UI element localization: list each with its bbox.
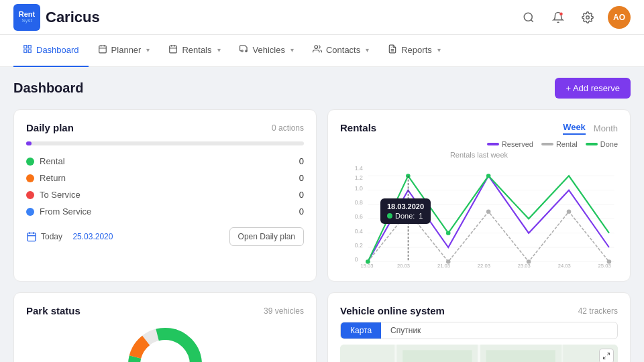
- from-service-label: From Service: [40, 206, 91, 217]
- svg-text:0.4: 0.4: [355, 228, 363, 235]
- legend-rental-label: Rental: [556, 140, 578, 148]
- topbar-actions: AO: [519, 6, 631, 29]
- svg-rect-7: [28, 50, 31, 52]
- svg-rect-4: [24, 46, 27, 48]
- nav-rentals[interactable]: Rentals ▾: [159, 35, 229, 67]
- svg-text:1.0: 1.0: [355, 185, 363, 192]
- legend-reserved-label: Reserved: [502, 140, 533, 148]
- svg-text:19.03: 19.03: [361, 263, 374, 269]
- plan-row-to-service: To Service 0: [26, 190, 304, 200]
- svg-text:1.4: 1.4: [355, 165, 363, 172]
- month-button[interactable]: Month: [594, 123, 618, 133]
- svg-text:0.2: 0.2: [355, 242, 363, 249]
- rentals-chevron: ▾: [217, 46, 221, 54]
- svg-rect-21: [28, 233, 36, 241]
- today-date-link[interactable]: 25.03.2020: [72, 232, 113, 241]
- legend-reserved: Reserved: [487, 140, 533, 148]
- svg-point-42: [567, 209, 572, 213]
- park-status-header: Park status 39 vehicles: [26, 305, 304, 316]
- svg-text:23.03: 23.03: [518, 263, 531, 269]
- svg-text:0: 0: [355, 256, 358, 263]
- to-service-label: To Service: [40, 190, 80, 200]
- rentals-header: Rentals Week Month: [340, 122, 618, 135]
- return-dot: [26, 174, 34, 182]
- svg-line-1: [531, 19, 533, 21]
- notification-icon[interactable]: [549, 8, 568, 27]
- donut-chart-svg: [125, 324, 205, 362]
- daily-plan-title: Daily plan: [26, 122, 74, 133]
- legend-done-color: [586, 143, 598, 145]
- plan-row-rental: Rental 0: [26, 156, 304, 166]
- map-tab-satellite[interactable]: Спутник: [381, 322, 430, 339]
- chart-subtitle: Rentals last week: [340, 151, 618, 159]
- content-area: Dashboard + Add reserve Daily plan 0 act…: [0, 67, 644, 362]
- svg-text:0.6: 0.6: [355, 213, 363, 220]
- plan-rows: Rental 0 Return 0 To Service: [26, 156, 304, 217]
- logo-area: Rent Syst Caricus: [13, 4, 100, 31]
- svg-point-18: [315, 46, 318, 49]
- plan-footer: Today 25.03.2020 Open Daily plan: [26, 227, 304, 246]
- svg-text:24.03: 24.03: [558, 263, 571, 269]
- planner-icon: [98, 44, 107, 56]
- daily-plan-header: Daily plan 0 actions: [26, 122, 304, 133]
- today-label: Today: [41, 232, 62, 241]
- to-service-dot: [26, 191, 34, 199]
- svg-text:21.03: 21.03: [437, 263, 450, 269]
- week-button[interactable]: Week: [563, 122, 586, 135]
- rentals-title: Rentals: [340, 122, 376, 133]
- svg-point-16: [241, 50, 242, 52]
- svg-line-76: [604, 357, 606, 359]
- map-background-svg: 🚗: [340, 345, 618, 362]
- svg-rect-5: [28, 46, 31, 48]
- daily-plan-card: Daily plan 0 actions Rental 0 Retur: [13, 109, 317, 282]
- svg-rect-12: [170, 46, 177, 53]
- rentals-chart-svg: 0 0.2 0.4 0.6 0.8 1.0 1.2 1.4: [340, 162, 618, 269]
- svg-point-17: [245, 50, 246, 52]
- from-service-count: 0: [299, 206, 304, 217]
- menubar: Dashboard Planner ▾ Rentals ▾ Vehicles ▾…: [0, 35, 644, 67]
- nav-contacts[interactable]: Contacts ▾: [303, 35, 378, 67]
- vehicles-icon: [239, 44, 249, 56]
- logo-icon: Rent Syst: [13, 4, 40, 31]
- topbar: Rent Syst Caricus AO: [0, 0, 644, 35]
- rental-dot: [26, 158, 34, 166]
- daily-plan-progress-fill: [26, 141, 32, 145]
- reports-chevron: ▾: [437, 46, 441, 54]
- daily-plan-progress-bar: [26, 141, 304, 145]
- vehicle-online-card: Vehicle online system 42 trackers Карта …: [327, 292, 631, 362]
- svg-text:1.2: 1.2: [355, 174, 363, 181]
- map-tabs: Карта Спутник: [340, 322, 618, 339]
- vos-header: Vehicle online system 42 trackers: [340, 305, 618, 316]
- nav-vehicles[interactable]: Vehicles ▾: [230, 35, 303, 67]
- vos-badge: 42 trackers: [578, 306, 618, 316]
- donut-chart-wrap: [26, 324, 304, 362]
- rentals-card: Rentals Week Month Reserved Rental Done: [327, 109, 631, 282]
- nav-dashboard[interactable]: Dashboard: [13, 35, 89, 67]
- svg-rect-6: [24, 50, 27, 52]
- avatar[interactable]: AO: [608, 6, 631, 29]
- page-header: Dashboard + Add reserve: [13, 78, 631, 99]
- open-daily-plan-button[interactable]: Open Daily plan: [229, 227, 304, 246]
- map-tab-map[interactable]: Карта: [341, 322, 381, 339]
- plan-row-from-service: From Service 0: [26, 206, 304, 217]
- nav-planner[interactable]: Planner ▾: [89, 35, 160, 67]
- dashboard-grid: Daily plan 0 actions Rental 0 Retur: [13, 109, 631, 362]
- map-expand-button[interactable]: [599, 349, 614, 362]
- park-status-badge: 39 vehicles: [264, 306, 304, 316]
- nav-reports[interactable]: Reports ▾: [378, 35, 450, 67]
- svg-point-3: [586, 15, 590, 19]
- svg-line-75: [607, 353, 610, 356]
- app-title: Caricus: [46, 9, 100, 26]
- contacts-icon: [313, 44, 322, 56]
- rental-label: Rental: [40, 156, 65, 166]
- svg-point-0: [524, 13, 532, 21]
- legend-done-label: Done: [600, 140, 618, 148]
- settings-icon[interactable]: [578, 8, 597, 27]
- chart-legend: Reserved Rental Done: [340, 140, 618, 148]
- add-reserve-button[interactable]: + Add reserve: [555, 78, 631, 99]
- map-area: 🚗: [340, 345, 618, 362]
- search-icon[interactable]: [519, 8, 538, 27]
- svg-text:20.03: 20.03: [397, 263, 410, 269]
- chart-area: 0 0.2 0.4 0.6 0.8 1.0 1.2 1.4: [340, 162, 618, 269]
- return-count: 0: [299, 173, 304, 183]
